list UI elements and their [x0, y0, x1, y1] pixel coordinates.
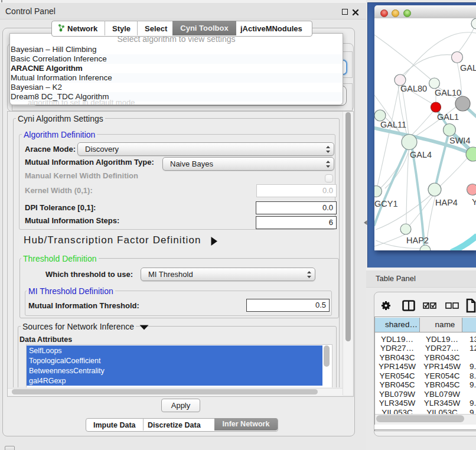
- svg-text:HAP2: HAP2: [406, 236, 429, 245]
- svg-text:GAL4: GAL4: [410, 150, 432, 159]
- svg-text:HAP4: HAP4: [435, 198, 458, 207]
- svg-text:GAL1: GAL1: [437, 112, 459, 122]
- svg-text:GAL11: GAL11: [380, 120, 406, 129]
- svg-text:GAL10: GAL10: [435, 88, 461, 97]
- svg-text:GAL80: GAL80: [400, 84, 427, 93]
- svg-text:Y: Y: [472, 197, 476, 207]
- svg-text:GCY1: GCY1: [374, 199, 398, 208]
- svg-text:GAL2: GAL2: [460, 63, 476, 73]
- svg-text:SWI4: SWI4: [449, 136, 470, 145]
